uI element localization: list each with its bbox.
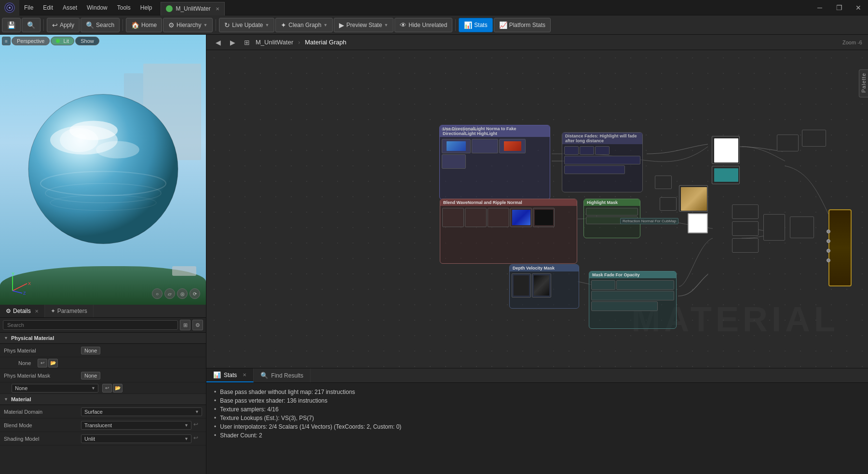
node-small-4[interactable] xyxy=(763,214,785,241)
material-domain-select[interactable]: Surface xyxy=(81,407,202,416)
blend-mode-undo-btn[interactable]: ↩ xyxy=(193,421,202,430)
node-small-1[interactable] xyxy=(732,204,759,219)
details-grid-btn[interactable]: ⊞ xyxy=(180,320,190,330)
asset-tab[interactable]: M_UnlitWater ✕ xyxy=(161,2,224,15)
node-small-5[interactable] xyxy=(790,217,814,238)
graph-canvas[interactable]: Palette MATERIAL xyxy=(206,50,868,368)
node-scatter-1[interactable] xyxy=(655,176,672,189)
stats-tab-close[interactable]: ✕ xyxy=(243,372,246,378)
nav-back-btn[interactable]: ◀ xyxy=(212,37,224,48)
phys-material-none-btn[interactable]: None xyxy=(81,347,100,354)
platform-stats-button[interactable]: 📈 Platform Stats xyxy=(494,18,551,32)
preview-state-button[interactable]: ▶ Preview State ▼ xyxy=(334,18,393,32)
node-small-2[interactable] xyxy=(732,221,759,236)
viewport[interactable]: ≡ Perspective Lit Show X Y xyxy=(0,35,206,305)
node-white-square[interactable] xyxy=(712,136,740,164)
phys-material-none-label: None xyxy=(15,360,34,366)
details-tab[interactable]: ⚙ Details ✕ xyxy=(0,305,45,317)
parameters-tab[interactable]: ✦ Parameters xyxy=(45,305,94,317)
clean-graph-button[interactable]: ✦ Clean Graph ▼ xyxy=(275,18,333,32)
toolbar-separator-1 xyxy=(43,19,44,31)
node-teal-square[interactable] xyxy=(712,166,740,184)
hierarchy-button[interactable]: ⚙ Hierarchy ▼ xyxy=(163,18,213,32)
phys-material-mask-none-btn[interactable]: None xyxy=(81,372,100,379)
phys-material-browse-btn[interactable]: 📂 xyxy=(48,359,58,367)
node-group-1[interactable]: Use DirectionalLight Norma to Fake Direc… xyxy=(439,125,550,200)
blend-mode-select[interactable]: Translucent xyxy=(81,421,191,430)
svg-point-11 xyxy=(60,128,98,152)
menu-window[interactable]: Window xyxy=(82,0,112,15)
shading-model-label: Shading Model xyxy=(4,436,81,442)
palette-button[interactable]: Palette xyxy=(859,69,868,97)
svg-line-15 xyxy=(13,291,22,293)
details-tab-close[interactable]: ✕ xyxy=(35,309,39,314)
details-settings-btn[interactable]: ⚙ xyxy=(192,320,203,330)
hide-unrelated-button[interactable]: 👁 Hide Unrelated xyxy=(394,18,452,32)
material-section[interactable]: ▼ Material xyxy=(0,394,206,405)
node-white-square-2[interactable] xyxy=(688,213,708,233)
details-search-input[interactable] xyxy=(3,320,178,330)
save-button[interactable]: 💾 xyxy=(2,18,21,32)
phys-material-mask-select-wrap[interactable]: None xyxy=(12,384,98,393)
menu-edit[interactable]: Edit xyxy=(38,0,58,15)
node-scatter-2[interactable] xyxy=(660,197,677,211)
phys-material-sub: None ↩ 📂 xyxy=(0,357,206,369)
physical-material-section[interactable]: ▼ Physical Material xyxy=(0,333,206,344)
phys-material-mask-reset-btn[interactable]: ↩ xyxy=(102,384,112,393)
node-mask-fade[interactable]: Mask Fade For Opacity xyxy=(589,271,677,329)
phys-material-mask-browse-btn[interactable]: 📂 xyxy=(113,384,122,393)
browse-button[interactable]: 🔍 xyxy=(22,18,41,32)
phys-material-reset-btn[interactable]: ↩ xyxy=(38,359,47,367)
shading-model-select[interactable]: Unlit xyxy=(81,434,191,443)
close-button[interactable]: ✕ xyxy=(849,0,868,15)
floor-btn-2[interactable]: ▱ xyxy=(164,288,175,299)
platform-stats-icon: 📈 xyxy=(499,21,507,29)
maximize-button[interactable]: ❐ xyxy=(829,0,849,15)
node-right-1[interactable] xyxy=(777,135,799,151)
menu-tools[interactable]: Tools xyxy=(112,0,136,15)
node-depth-velocity[interactable]: Depth Velocity Mask xyxy=(509,264,579,309)
node-sandy-texture[interactable] xyxy=(679,185,708,212)
minimize-button[interactable]: ─ xyxy=(810,0,829,15)
menu-help[interactable]: Help xyxy=(136,0,157,15)
floor-btn-1[interactable]: ○ xyxy=(152,288,163,299)
refraction-normal-label[interactable]: Refraction Normal For CubMap xyxy=(620,218,678,224)
lit-btn[interactable]: Lit xyxy=(51,37,74,45)
svg-text:Y: Y xyxy=(12,271,14,276)
nav-expand-btn[interactable]: ⊞ xyxy=(241,37,253,48)
phys-material-mask-select[interactable]: None xyxy=(12,384,98,393)
tab-close-btn[interactable]: ✕ xyxy=(216,6,219,12)
apply-button[interactable]: ↩ Apply xyxy=(47,18,80,32)
floor-btn-3[interactable]: ◎ xyxy=(177,288,188,299)
toolbar-separator-2 xyxy=(122,19,123,31)
home-icon: 🏠 xyxy=(131,21,139,29)
viewport-menu-btn[interactable]: ≡ xyxy=(2,37,11,45)
home-button[interactable]: 🏠 Home xyxy=(126,18,162,32)
search-button[interactable]: 🔍 Search xyxy=(81,18,120,32)
menu-asset[interactable]: Asset xyxy=(58,0,82,15)
node-output-main[interactable] xyxy=(828,209,852,286)
material-domain-select-wrap[interactable]: Surface xyxy=(81,407,202,416)
clean-graph-icon: ✦ xyxy=(281,21,286,29)
tab-name: M_UnlitWater xyxy=(176,5,210,12)
stat-bullet-1: • xyxy=(214,389,216,395)
find-results-icon: 🔍 xyxy=(260,372,268,379)
floor-btn-4[interactable]: ⟳ xyxy=(190,288,200,299)
node-small-3[interactable] xyxy=(732,238,759,253)
shading-model-select-wrap[interactable]: Unlit xyxy=(81,434,191,443)
perspective-btn[interactable]: Perspective xyxy=(12,37,50,45)
menu-file[interactable]: File xyxy=(19,0,38,15)
node-right-2[interactable] xyxy=(802,130,826,147)
live-update-button[interactable]: ↻ Live Update ▼ xyxy=(219,18,274,32)
nav-forward-btn[interactable]: ▶ xyxy=(227,37,238,48)
shading-model-undo-btn[interactable]: ↩ xyxy=(193,434,202,443)
stats-button[interactable]: 📊 Stats xyxy=(459,18,492,32)
find-results-tab[interactable]: 🔍 Find Results xyxy=(254,368,311,382)
show-btn[interactable]: Show xyxy=(75,37,99,45)
stat-line-6: • Shader Count: 2 xyxy=(214,431,860,440)
blend-mode-select-wrap[interactable]: Translucent xyxy=(81,421,191,430)
svg-line-13 xyxy=(13,284,27,291)
node-group-blend[interactable]: Blend WaveNormal and Ripple Normal xyxy=(440,199,577,264)
node-distance-fade[interactable]: Distance Fades: Highlight will fade afte… xyxy=(562,132,643,192)
stats-tab[interactable]: 📊 Stats ✕ xyxy=(206,368,254,382)
